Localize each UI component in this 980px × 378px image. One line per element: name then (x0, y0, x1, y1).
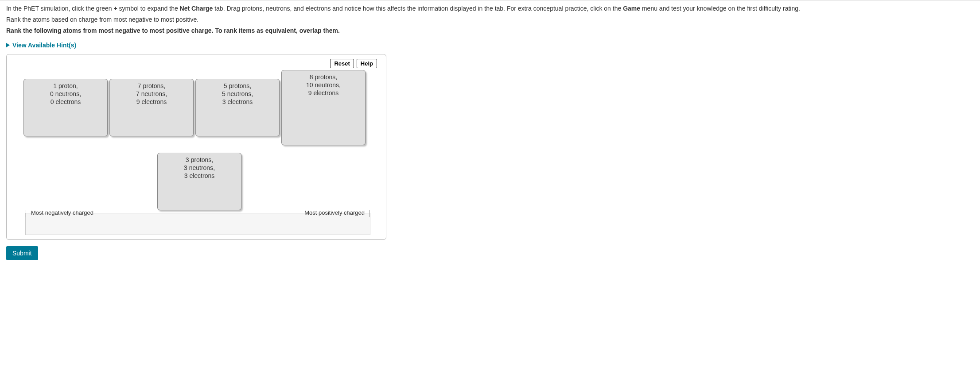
text-segment: tab. Drag protons, neutrons, and electro… (213, 5, 623, 12)
card-line: 5 protons, (200, 82, 275, 90)
instruction-line-1: In the PhET simulation, click the green … (6, 4, 974, 13)
text-segment: symbol to expand the (117, 5, 180, 12)
atom-card-3[interactable]: 5 protons, 5 neutrons, 3 electrons (195, 79, 280, 136)
card-line: 0 neutrons, (28, 90, 103, 98)
submit-button[interactable]: Submit (6, 246, 38, 260)
text-segment: menu and test your knowledge on the firs… (640, 5, 800, 12)
hints-label: View Available Hint(s) (12, 42, 76, 49)
card-line: 9 electrons (114, 98, 189, 106)
instructions-block: In the PhET simulation, click the green … (6, 4, 974, 35)
atom-card-2[interactable]: 7 protons, 7 neutrons, 9 electrons (109, 79, 194, 136)
ranking-workspace: Reset Help 1 proton, 0 neutrons, 0 elect… (6, 54, 386, 240)
card-line: 9 electrons (286, 89, 361, 97)
reset-button[interactable]: Reset (330, 59, 354, 68)
card-line: 3 electrons (200, 98, 275, 106)
card-line: 0 electrons (28, 98, 103, 106)
view-hints-toggle[interactable]: View Available Hint(s) (6, 42, 974, 49)
atom-card-1[interactable]: 1 proton, 0 neutrons, 0 electrons (23, 79, 108, 136)
card-line: 10 neutrons, (286, 81, 361, 89)
net-charge-bold: Net Charge (180, 5, 213, 12)
drop-zone-label-right: Most positively charged (303, 209, 366, 216)
instruction-line-3: Rank the following atoms from most negat… (6, 26, 974, 35)
game-bold: Game (623, 5, 640, 12)
card-line: 3 neutrons, (162, 164, 237, 172)
plus-symbol: + (114, 5, 117, 12)
card-line: 3 protons, (162, 156, 237, 164)
card-line: 1 proton, (28, 82, 103, 90)
help-button[interactable]: Help (357, 59, 377, 68)
card-line: 7 protons, (114, 82, 189, 90)
atom-card-4[interactable]: 8 protons, 10 neutrons, 9 electrons (281, 70, 366, 145)
card-line: 8 protons, (286, 73, 361, 81)
chevron-right-icon (6, 43, 10, 47)
atom-card-5[interactable]: 3 protons, 3 neutrons, 3 electrons (157, 153, 241, 210)
workspace-controls: Reset Help (330, 59, 377, 68)
card-line: 3 electrons (162, 172, 237, 180)
card-line: 5 neutrons, (200, 90, 275, 98)
instruction-line-2: Rank the atoms based on charge from most… (6, 15, 974, 24)
card-line: 7 neutrons, (114, 90, 189, 98)
drop-zone-label-left: Most negatively charged (30, 209, 94, 216)
ranking-drop-zone[interactable]: Most negatively charged Most positively … (25, 213, 370, 235)
text-segment: In the PhET simulation, click the green (6, 5, 114, 12)
